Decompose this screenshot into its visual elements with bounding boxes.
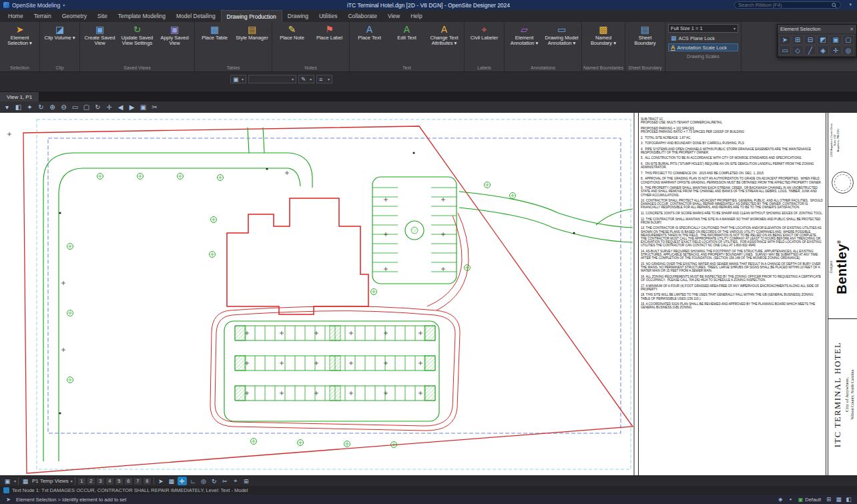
view-toggle-4[interactable]: 4 xyxy=(105,477,114,485)
view-group-selector[interactable]: ▦ P1 Temp Views ▾ xyxy=(21,477,73,485)
ribbon-tab-utilities[interactable]: Utilities xyxy=(314,10,342,22)
select-by-attributes-icon[interactable]: ◈ xyxy=(817,45,829,55)
fence-status-icon[interactable]: ▦ xyxy=(834,495,843,503)
locks-status-icon[interactable]: ▪ xyxy=(786,495,795,503)
search-input[interactable] xyxy=(738,2,830,8)
ribbon-group-label: Selection xyxy=(1,63,38,71)
ribbon-tab-model-detailing[interactable]: Model Detailing xyxy=(171,10,221,22)
select-all-icon[interactable]: ▣ xyxy=(830,35,842,45)
fit-view-icon[interactable]: ▢ xyxy=(81,102,91,112)
target-icon[interactable]: ⌖ xyxy=(231,477,240,485)
close-icon[interactable]: ✕ xyxy=(850,27,854,32)
edit-text-button[interactable]: AEdit Text xyxy=(388,23,425,42)
ribbon-tab-drawing-production[interactable]: Drawing Production xyxy=(221,10,282,22)
fence-icon[interactable]: ▦ xyxy=(167,477,176,485)
add-to-selection-icon[interactable]: ⊞ xyxy=(792,35,804,45)
place-label-button[interactable]: ⚑Place Label xyxy=(311,23,348,42)
clip-volume-view-icon[interactable]: ✂ xyxy=(150,102,160,112)
window-area-icon[interactable]: ▭ xyxy=(70,102,80,112)
ribbon-tab-home[interactable]: Home xyxy=(3,10,29,22)
invert-selection-icon[interactable]: ◩ xyxy=(817,35,829,45)
ribbon-tab-collaborate[interactable]: Collaborate xyxy=(342,10,382,22)
view-toggle-3[interactable]: 3 xyxy=(96,477,105,485)
view-toggle-6[interactable]: 6 xyxy=(124,477,133,485)
selection-mode-icon[interactable]: ◎ xyxy=(842,45,854,55)
zoom-out-icon[interactable]: ⊖ xyxy=(59,102,69,112)
ribbon-search[interactable] xyxy=(734,1,841,9)
ortho-lock-icon[interactable]: ∟ xyxy=(188,477,198,485)
ribbon-tab-drawing[interactable]: Drawing xyxy=(282,10,314,22)
copy-view-icon[interactable]: ▣ xyxy=(138,102,148,112)
element-selection-button[interactable]: ➤Element Selection ▾ xyxy=(1,23,38,47)
subtract-from-selection-icon[interactable]: ⊟ xyxy=(804,35,816,45)
select-by-block-icon[interactable]: ▭ xyxy=(779,45,791,55)
civil-labeler-button[interactable]: ⌖Civil Labeler xyxy=(466,23,503,42)
active-level-indicator[interactable]: ▣ Default xyxy=(798,497,821,503)
element-template-dropdown[interactable]: ▾ xyxy=(248,75,296,83)
view-next-icon[interactable]: ▶ xyxy=(127,102,137,112)
view-tab-view1-p1[interactable]: View 1, P1 xyxy=(0,92,39,101)
view-adjust-icon[interactable]: ✦ xyxy=(25,102,35,112)
display-style-status-icon[interactable]: ◧ xyxy=(844,495,853,503)
view-toggle-5[interactable]: 5 xyxy=(115,477,123,485)
clip-volume-icon: ◪ xyxy=(55,24,64,35)
cursor-icon[interactable]: ➤ xyxy=(156,477,166,485)
view-previous-icon[interactable]: ◀ xyxy=(115,102,125,112)
rotate-icon[interactable]: ↻ xyxy=(210,477,219,485)
titlebar-overflow-icon[interactable]: ▾ xyxy=(849,2,852,7)
view-toggle-8[interactable]: 8 xyxy=(143,477,152,485)
view-toggle-2[interactable]: 2 xyxy=(87,477,95,485)
accudraw-icon[interactable]: ✛ xyxy=(178,477,187,485)
element-annotation-button[interactable]: ▱Element Annotation ▾ xyxy=(506,23,543,47)
drawing-model-annotation-button[interactable]: ▭Drawing Model Annotation ▾ xyxy=(543,23,580,47)
clip-volume-button[interactable]: ◪Clip Volume ▾ xyxy=(41,23,78,42)
workflow-selector[interactable]: OpenSite Modeling xyxy=(12,2,60,9)
ribbon-tab-terrain[interactable]: Terrain xyxy=(29,10,57,22)
select-by-shape-icon[interactable]: ◇ xyxy=(792,45,804,55)
acs-plane-lock-toggle[interactable]: ▦ ACS Plane Lock xyxy=(668,34,738,42)
sheet-boundary-button[interactable]: ▤Sheet Boundary xyxy=(627,23,663,47)
change-text-attributes-button[interactable]: AChange Text Attributes ▾ xyxy=(426,23,463,47)
cut-icon[interactable]: ✂ xyxy=(220,477,230,485)
ribbon-tab-template-modeling[interactable]: Template Modeling xyxy=(113,10,171,22)
grid-icon[interactable]: ⊞ xyxy=(242,477,251,485)
element-selection-panel[interactable]: Element Selection ✕ ➤⊞⊟◩▣▢▭◇╱◈✛◎ xyxy=(777,24,857,57)
select-touching-icon[interactable]: ✛ xyxy=(830,45,842,55)
annotation-scale-lock-toggle[interactable]: A Annotation Scale Lock xyxy=(668,43,738,51)
update-saved-view-settings-button[interactable]: ↻Update Saved View Settings xyxy=(119,23,156,47)
ribbon-button-label: Element Annotation ▾ xyxy=(507,35,542,46)
place-note-button[interactable]: ✎Place Note xyxy=(274,23,310,42)
named-boundary-button[interactable]: ▩Named Boundary ▾ xyxy=(585,23,621,47)
view-group-menu-icon[interactable]: ▣ xyxy=(3,477,12,485)
drawing-scale-select[interactable]: Full Size 1 = 1 ▾ xyxy=(668,24,738,33)
view-toggle-1[interactable]: 1 xyxy=(77,477,86,485)
place-table-button[interactable]: ▦Place Table xyxy=(196,23,233,42)
style-manager-button[interactable]: ▤Style Manager xyxy=(234,23,270,42)
create-saved-view-button[interactable]: ▣Create Saved View xyxy=(81,23,118,47)
active-dimension-style-picker[interactable]: ≡▾ xyxy=(316,75,332,83)
place-text-button[interactable]: APlace Text xyxy=(351,23,388,42)
new-selection-icon[interactable]: ➤ xyxy=(779,35,791,45)
view-tools-dropdown-icon[interactable]: ▾ xyxy=(2,102,12,112)
sheet-note: 14. AS-BUILT SURVEY REQUIRED SHOWING THE… xyxy=(641,250,823,260)
selection-set-icon[interactable]: ⊞ xyxy=(824,495,833,503)
chevron-down-icon: ▾ xyxy=(734,26,736,31)
snap-compass-icon[interactable]: ◎ xyxy=(199,477,208,485)
zoom-in-icon[interactable]: ⊕ xyxy=(47,102,57,112)
update-view-icon[interactable]: ↻ xyxy=(36,102,46,112)
rotate-view-icon[interactable]: ↻ xyxy=(93,102,103,112)
active-text-style-picker[interactable]: ✎▾ xyxy=(298,75,314,83)
clear-selection-icon[interactable]: ▢ xyxy=(842,35,854,45)
ribbon-tab-site[interactable]: Site xyxy=(92,10,113,22)
view-toggle-7[interactable]: 7 xyxy=(133,477,142,485)
ribbon-tab-help[interactable]: Help xyxy=(405,10,427,22)
problems-icon[interactable]: ◈ xyxy=(776,495,785,503)
view-display-style-icon[interactable]: ◧ xyxy=(13,102,23,112)
ribbon-tab-view[interactable]: View xyxy=(382,10,405,22)
drawing-canvas[interactable]: SUB-TRACT 1C PROPOSED USE: MULTI-TENANT … xyxy=(0,113,857,475)
pan-view-icon[interactable]: ✛ xyxy=(104,102,114,112)
select-by-line-icon[interactable]: ╱ xyxy=(804,45,816,55)
ribbon-tab-geometry[interactable]: Geometry xyxy=(57,10,92,22)
apply-saved-view-button[interactable]: ▣Apply Saved View xyxy=(156,23,193,47)
active-element-template-picker[interactable]: ▣▾ xyxy=(230,75,246,83)
